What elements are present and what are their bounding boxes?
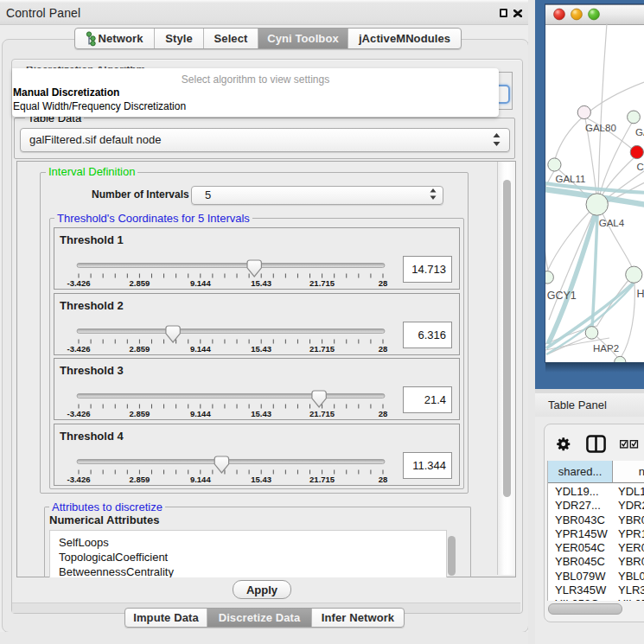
svg-text:28: 28 — [379, 278, 388, 288]
svg-text:2.859: 2.859 — [130, 278, 150, 288]
svg-text:28: 28 — [379, 409, 388, 418]
svg-text:15.43: 15.43 — [251, 475, 271, 484]
svg-text:21.715: 21.715 — [309, 475, 335, 484]
svg-text:GCY1: GCY1 — [547, 290, 577, 302]
svg-text:C: C — [637, 162, 644, 172]
svg-text:H: H — [636, 288, 644, 300]
svg-text:GAL80: GAL80 — [585, 123, 616, 133]
svg-text:9.144: 9.144 — [190, 344, 211, 354]
svg-text:GAL4: GAL4 — [599, 218, 625, 228]
svg-text:GAL2: GAL2 — [635, 127, 644, 137]
svg-text:28: 28 — [379, 475, 388, 484]
svg-text:GAL11: GAL11 — [556, 174, 586, 184]
svg-text:2.859: 2.859 — [130, 344, 150, 354]
svg-text:9.144: 9.144 — [190, 278, 211, 288]
svg-text:9.144: 9.144 — [190, 409, 211, 418]
svg-text:15.43: 15.43 — [251, 344, 271, 354]
svg-text:-3.426: -3.426 — [67, 409, 91, 418]
svg-text:2.859: 2.859 — [130, 475, 150, 484]
svg-text:21.715: 21.715 — [309, 278, 335, 288]
svg-text:-3.426: -3.426 — [67, 344, 91, 354]
svg-text:2.859: 2.859 — [130, 409, 150, 418]
svg-text:9.144: 9.144 — [190, 475, 211, 484]
svg-text:-3.426: -3.426 — [67, 278, 91, 288]
svg-text:-3.426: -3.426 — [67, 475, 91, 484]
svg-text:28: 28 — [379, 344, 388, 354]
svg-text:21.715: 21.715 — [309, 409, 335, 418]
svg-text:15.43: 15.43 — [251, 278, 271, 288]
svg-text:15.43: 15.43 — [251, 409, 271, 418]
svg-text:HAP2: HAP2 — [593, 343, 619, 354]
svg-text:21.715: 21.715 — [309, 344, 335, 354]
